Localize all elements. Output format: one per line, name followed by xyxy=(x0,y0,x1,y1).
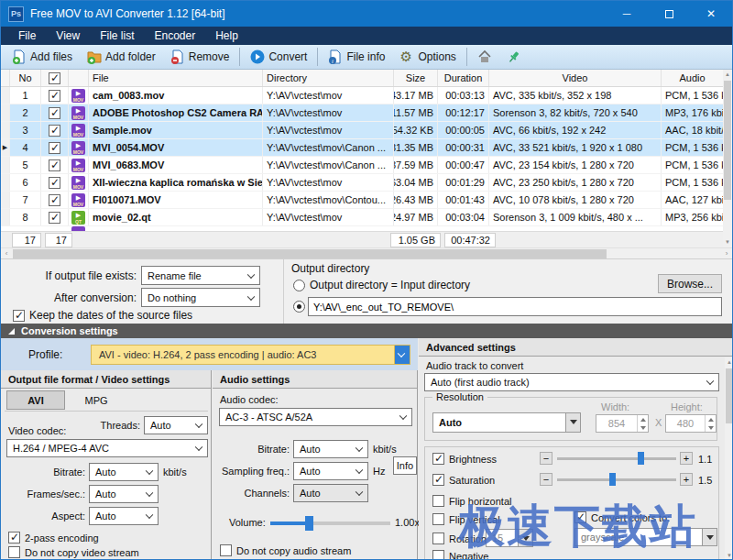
minimize-button[interactable]: ─ xyxy=(606,1,648,27)
brightness-minus-button[interactable]: − xyxy=(540,452,552,465)
saturation-slider[interactable] xyxy=(557,478,676,481)
same-directory-radio[interactable] xyxy=(293,280,305,291)
after-conversion-select[interactable]: Do nothing xyxy=(141,288,260,307)
aspect-select[interactable]: Auto xyxy=(89,507,159,525)
resolution-select[interactable]: Auto xyxy=(432,412,581,433)
custom-directory-radio-row[interactable] xyxy=(293,301,305,313)
table-row[interactable]: 6▶MOVXII-wieczna kaplica romańska w Siew… xyxy=(1,174,723,192)
pin-button[interactable] xyxy=(499,47,529,68)
brightness-checkbox[interactable] xyxy=(432,453,444,465)
flip-vertical-checkbox[interactable] xyxy=(432,513,444,525)
row-checkbox[interactable] xyxy=(49,177,60,189)
fps-select[interactable]: Auto xyxy=(89,485,159,503)
flip-horizontal-checkbox[interactable] xyxy=(432,495,444,507)
table-row[interactable]: 8▶QTmovie_02.qtY:\AV\vctest\mov24.97 MB0… xyxy=(1,209,723,226)
audio-codec-select[interactable]: AC-3 - ATSC A/52A xyxy=(219,408,412,426)
saturation-checkbox[interactable] xyxy=(432,474,444,486)
custom-directory-radio[interactable] xyxy=(293,301,305,313)
header-duration[interactable]: Duration xyxy=(438,70,489,86)
channels-select[interactable]: Auto xyxy=(293,484,368,502)
row-checkbox[interactable] xyxy=(49,159,60,171)
no-copy-audio-checkbox[interactable] xyxy=(220,544,232,556)
height-spinner[interactable]: 480 xyxy=(665,414,717,433)
menu-help[interactable]: Help xyxy=(205,29,248,42)
video-bitrate-select[interactable]: Auto xyxy=(89,463,159,481)
row-checkbox[interactable] xyxy=(49,107,60,119)
cell-check[interactable] xyxy=(41,209,69,225)
row-checkbox[interactable] xyxy=(49,142,60,154)
scrollbar-thumb[interactable] xyxy=(726,368,733,423)
add-folder-button[interactable]: Add folder xyxy=(80,47,163,68)
audio-track-select[interactable]: Auto (first audio track) xyxy=(424,373,719,391)
options-button[interactable]: ⚙ Options xyxy=(392,47,463,68)
cell-check[interactable] xyxy=(41,139,69,156)
menu-file-list[interactable]: File list xyxy=(90,29,144,42)
same-directory-radio-row[interactable]: Output directory = Input directory xyxy=(293,279,470,291)
cell-check[interactable] xyxy=(41,157,69,173)
scroll-down-icon[interactable]: ▼ xyxy=(723,237,732,247)
header-size[interactable]: Size xyxy=(394,70,438,86)
table-row[interactable]: 3▶MOVSample.movY:\AV\vctest\mov54.32 KB0… xyxy=(1,122,723,139)
brightness-slider[interactable] xyxy=(557,457,676,460)
resolution-dropdown-button[interactable] xyxy=(565,413,580,432)
two-pass-checkbox[interactable] xyxy=(8,532,20,544)
row-checkbox[interactable] xyxy=(49,90,60,102)
file-info-button[interactable]: i File info xyxy=(321,47,392,68)
menu-file[interactable]: File xyxy=(8,29,46,42)
maximize-button[interactable] xyxy=(648,1,690,27)
width-spinner[interactable]: 854 xyxy=(596,414,649,433)
video-codec-select[interactable]: H.264 / MPEG-4 AVC xyxy=(6,439,208,457)
close-button[interactable]: ✕ xyxy=(690,1,732,27)
menu-view[interactable]: View xyxy=(46,29,90,42)
info-button[interactable]: Info xyxy=(393,456,417,475)
remove-button[interactable]: Remove xyxy=(163,47,237,68)
output-path-input[interactable] xyxy=(308,297,722,316)
conversion-settings-bar[interactable]: Conversion settings xyxy=(1,324,732,338)
brightness-slider-thumb[interactable] xyxy=(638,452,644,465)
brightness-row[interactable]: Brightness xyxy=(432,453,497,465)
scrollbar-thumb[interactable] xyxy=(724,81,731,200)
scrollbar-thumb[interactable] xyxy=(13,249,607,258)
cell-check[interactable] xyxy=(41,87,69,104)
sampling-select[interactable]: Auto xyxy=(293,462,368,480)
header-file[interactable]: File xyxy=(89,70,263,86)
header-directory[interactable]: Directory xyxy=(263,70,394,86)
saturation-slider-thumb[interactable] xyxy=(609,473,616,486)
brightness-plus-button[interactable]: + xyxy=(680,452,693,465)
saturation-minus-button[interactable]: − xyxy=(540,473,552,486)
spinner-arrows-icon[interactable] xyxy=(705,415,716,432)
header-audio[interactable]: Audio xyxy=(662,70,723,86)
spinner-arrows-icon[interactable] xyxy=(637,415,648,432)
scroll-up-icon[interactable]: ▲ xyxy=(723,70,732,80)
keep-dates-checkbox[interactable] xyxy=(13,310,25,322)
row-checkbox[interactable] xyxy=(49,194,60,206)
no-copy-video-checkbox-row[interactable]: Do not copy video stream xyxy=(8,546,139,558)
two-pass-checkbox-row[interactable]: 2-pass encoding xyxy=(8,532,99,544)
convert-colors-dropdown-button[interactable] xyxy=(702,529,717,545)
no-copy-audio-checkbox-row[interactable]: Do not copy audio stream xyxy=(220,544,351,556)
table-row[interactable]: ▶4▶MOVMVI_0054.MOVY:\AV\vctest\mov\Canon… xyxy=(1,139,723,157)
header-no[interactable]: No xyxy=(10,70,41,86)
cell-check[interactable] xyxy=(41,192,69,208)
negative-checkbox[interactable] xyxy=(432,550,444,560)
home-button[interactable] xyxy=(470,47,499,68)
cell-check[interactable] xyxy=(41,174,69,191)
add-files-button[interactable]: Add files xyxy=(5,47,80,68)
convert-button[interactable]: Convert xyxy=(243,47,314,68)
menu-encoder[interactable]: Encoder xyxy=(144,29,205,42)
tab-mpg[interactable]: MPG xyxy=(67,390,126,410)
scroll-down-icon[interactable]: ▼ xyxy=(725,551,733,560)
select-all-checkbox[interactable] xyxy=(49,72,60,84)
row-checkbox[interactable] xyxy=(49,125,60,137)
if-exists-select[interactable]: Rename file xyxy=(141,266,260,285)
volume-slider-thumb[interactable] xyxy=(305,516,313,531)
table-row[interactable]: 2▶MOVADOBE Photoshop CS2 Camera RAW Tut.… xyxy=(1,104,723,122)
profile-dropdown-button[interactable] xyxy=(394,346,410,364)
row-checkbox[interactable] xyxy=(49,212,60,224)
table-vertical-scrollbar[interactable]: ▲ ▼ xyxy=(723,70,732,247)
scroll-up-icon[interactable]: ▲ xyxy=(725,357,733,368)
keep-dates-checkbox-row[interactable]: Keep the dates of the source files xyxy=(13,309,192,322)
audio-bitrate-select[interactable]: Auto xyxy=(293,440,368,458)
header-select-all[interactable] xyxy=(41,70,69,86)
cell-check[interactable] xyxy=(41,122,69,138)
